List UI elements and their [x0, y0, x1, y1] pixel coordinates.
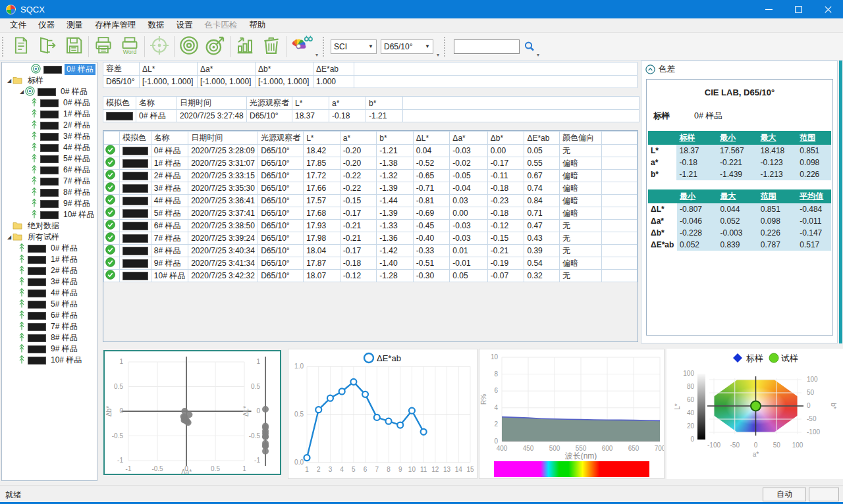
toolbar-overflow-icon[interactable]: ▾: [315, 52, 318, 58]
svg-text:0: 0: [119, 407, 123, 415]
tree-item-sample-19[interactable]: 3# 样品: [2, 276, 97, 288]
tree-item-standard-2[interactable]: ◢0# 样品: [2, 86, 97, 97]
sample-row-4[interactable]: 4# 样品2020/7/25 3:36:41D65/10°17.57-0.15-…: [104, 195, 638, 207]
tree-expander-icon[interactable]: ◢: [6, 234, 13, 240]
chart-button[interactable]: [232, 34, 258, 59]
color-match-button[interactable]: [288, 34, 314, 59]
samples-header-cell: [601, 132, 637, 145]
toolbar-gripper[interactable]: [2, 37, 6, 57]
mode-select[interactable]: SCI▼: [331, 39, 377, 54]
tree-item-sample-4[interactable]: 1# 样品: [2, 109, 97, 120]
illuminant-select[interactable]: D65/10°▼: [381, 39, 433, 54]
sample-row-7[interactable]: 7# 样品2020/7/25 3:39:24D65/10°17.98-0.21-…: [104, 232, 638, 245]
svg-text:-0.5: -0.5: [112, 432, 124, 440]
sample-arrow-icon: [31, 109, 39, 120]
tree-item-sample-10[interactable]: 7# 样品: [2, 176, 97, 187]
tree-expander-icon[interactable]: ◢: [6, 78, 13, 84]
right-panel-scrollbar[interactable]: [839, 61, 842, 343]
close-button[interactable]: [813, 0, 843, 18]
collapse-chevron-icon[interactable]: [645, 64, 655, 74]
tree-item-sample-25[interactable]: 9# 样品: [2, 343, 97, 355]
tree-item-label: 8# 样品: [49, 332, 80, 343]
sample-row-0[interactable]: 0# 样品2020/7/25 3:28:09D65/10°18.42-0.20-…: [104, 145, 638, 157]
color-swatch: [40, 189, 59, 197]
new-document-button[interactable]: [8, 34, 34, 59]
tree-item-sample-6[interactable]: 3# 样品: [2, 131, 97, 142]
toolbar-gripper[interactable]: [323, 37, 327, 57]
save-button[interactable]: [61, 34, 87, 59]
tree-item-sample-11[interactable]: 8# 样品: [2, 187, 97, 198]
print-button[interactable]: [90, 34, 117, 59]
tree-item-sample-13[interactable]: 10# 样品: [2, 209, 97, 220]
tree-item-label: 0# 样品: [49, 243, 80, 254]
tree-item-sample-22[interactable]: 6# 样品: [2, 310, 97, 321]
sample-row-3[interactable]: 3# 样品2020/7/25 3:35:30D65/10°17.66-0.22-…: [104, 182, 638, 195]
maximize-button[interactable]: [784, 0, 813, 18]
tree-item-sample-16[interactable]: 0# 样品: [2, 243, 97, 254]
menu-item-1[interactable]: 仪器: [32, 18, 61, 32]
tree-item-sample-9[interactable]: 6# 样品: [2, 164, 97, 176]
tree-item-folder-14[interactable]: 绝对数据: [2, 220, 97, 232]
standard-row[interactable]: 0# 样品2020/7/25 3:27:48D65/10°18.37-0.18-…: [103, 110, 639, 122]
standard-name: 0# 样品: [694, 111, 722, 122]
tree-item-sample-21[interactable]: 5# 样品: [2, 299, 97, 310]
toolbar-overflow-icon[interactable]: ▾: [537, 52, 539, 58]
svg-text:0: 0: [807, 402, 811, 409]
color-swatch: [122, 209, 148, 218]
sample-row-6[interactable]: 6# 样品2020/7/25 3:38:50D65/10°17.93-0.21-…: [104, 220, 638, 232]
reflectance-chart-panel: 0246810400450500550600650700R%波长(nm): [479, 349, 665, 479]
sample-row-10[interactable]: 10# 样品2020/7/25 3:42:32D65/10°18.07-0.12…: [104, 270, 638, 282]
tree-item-label: 9# 样品: [49, 343, 80, 355]
measured-check-icon: [105, 197, 115, 207]
menu-item-0[interactable]: 文件: [4, 18, 32, 32]
color-swatch: [40, 133, 59, 141]
tree-item-sample-17[interactable]: 1# 样品: [2, 254, 97, 265]
export-word-button[interactable]: Word: [117, 34, 143, 59]
tree-expander-icon[interactable]: ◢: [18, 89, 25, 95]
sample-arrow-icon: [18, 332, 26, 344]
sample-row-5[interactable]: 5# 样品2020/7/25 3:37:41D65/10°17.68-0.17-…: [104, 207, 638, 220]
minimize-button[interactable]: [754, 0, 784, 18]
mode-select-value: SCI: [334, 42, 347, 51]
delta-stats-table-cell: 0.517: [797, 239, 831, 251]
sample-row-2[interactable]: 2# 样品2020/7/25 3:33:15D65/10°17.72-0.22-…: [104, 170, 638, 182]
tree-item-sample-24[interactable]: 8# 样品: [2, 332, 97, 343]
tree-item-sample-20[interactable]: 4# 样品: [2, 288, 97, 299]
standard-target-button[interactable]: [176, 34, 202, 59]
tree-item-standard-0[interactable]: 0# 样品: [2, 64, 97, 75]
tree-item-sample-3[interactable]: 0# 样品: [2, 97, 97, 109]
export-button[interactable]: [34, 34, 61, 59]
sample-row-1[interactable]: 1# 样品2020/7/25 3:31:07D65/10°17.85-0.20-…: [104, 157, 638, 170]
tree-item-sample-18[interactable]: 2# 样品: [2, 265, 97, 276]
menu-item-3[interactable]: 存样库管理: [89, 18, 142, 32]
menu-item-7[interactable]: 帮助: [244, 18, 272, 32]
tree-item-sample-7[interactable]: 4# 样品: [2, 142, 97, 153]
deltae-trend-chart-panel: ΔE*ab0.00.51.0123456789101112131415: [288, 349, 477, 479]
search-input[interactable]: [454, 39, 520, 54]
delete-button[interactable]: [258, 34, 285, 59]
tree-item-folder-1[interactable]: ◢标样: [2, 75, 97, 86]
tree-item-sample-12[interactable]: 9# 样品: [2, 198, 97, 209]
toolbar-gripper[interactable]: [444, 37, 448, 57]
menu-item-2[interactable]: 测量: [61, 18, 89, 32]
measured-check-icon: [105, 172, 115, 182]
toolbar-overflow-icon[interactable]: ▾: [437, 52, 439, 58]
sample-target-button[interactable]: [202, 34, 229, 59]
menu-item-5[interactable]: 设置: [171, 18, 199, 32]
search-icon[interactable]: [520, 38, 535, 55]
tree-item-sample-23[interactable]: 7# 样品: [2, 321, 97, 332]
lab-stats-table-cell: b*: [648, 168, 676, 180]
menu-item-4[interactable]: 数据: [142, 18, 171, 32]
tree-item-folder-15[interactable]: ◢所有试样: [2, 232, 97, 243]
tree-item-sample-5[interactable]: 2# 样品: [2, 120, 97, 131]
lab-gamut-overlay: 标样试样100806040200L*-100-50050100a*100500-…: [666, 349, 843, 479]
export-word-icon: Word: [119, 36, 140, 57]
app-window: SQCX 文件仪器测量存样库管理数据设置色卡匹检帮助 Word▾SCI▼D65/…: [0, 0, 843, 504]
auto-mode-button[interactable]: 自动: [763, 488, 806, 501]
tree-item-sample-8[interactable]: 5# 样品: [2, 153, 97, 164]
delta-stats-table-cell: -0.046: [677, 215, 717, 227]
sample-arrow-icon: [31, 153, 39, 165]
tree-item-sample-26[interactable]: 10# 样品: [2, 355, 97, 366]
sample-row-8[interactable]: 8# 样品2020/7/25 3:40:34D65/10°18.04-0.17-…: [104, 245, 638, 257]
sample-row-9[interactable]: 9# 样品2020/7/25 3:41:34D65/10°17.87-0.18-…: [104, 257, 638, 270]
